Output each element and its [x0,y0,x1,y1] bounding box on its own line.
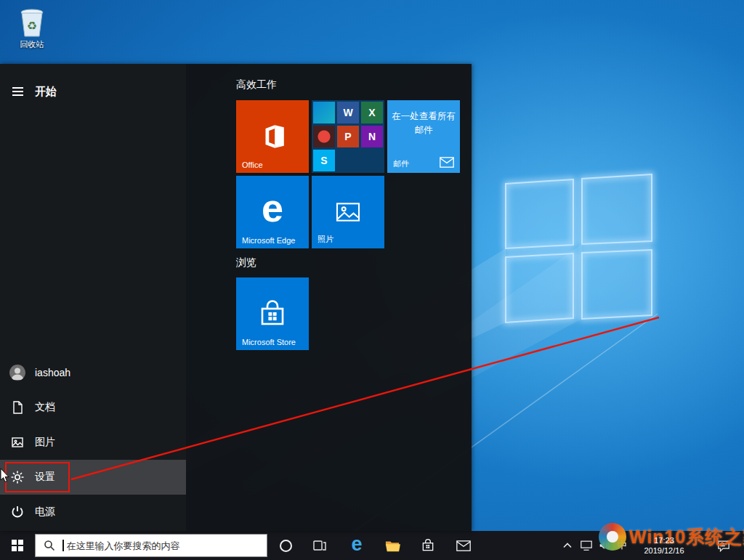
recycle-bin[interactable]: ♻ 回收站 [9,6,55,50]
speaker-icon [599,540,611,551]
start-menu: 开始 iashoah 文档 图片 [0,64,472,531]
file-explorer-button[interactable] [378,531,407,560]
desktop: ♻ 回收站 开始 iashoah [0,0,744,560]
store-bag-icon [421,538,435,553]
rail-item-label: iashoah [35,367,70,378]
document-icon [0,400,35,415]
rail-item-documents[interactable]: 文档 [0,390,186,425]
cortana-button[interactable] [271,531,300,560]
user-avatar-icon [0,364,35,381]
clock-date: 2019/12/16 [634,545,695,556]
rail-item-pictures[interactable]: 图片 [0,425,186,460]
tile-group-title: 浏览 [236,256,256,269]
gear-icon [0,470,35,484]
mail-tile-caption: 在一处查看所有邮件 [392,110,456,138]
hamburger-menu-button[interactable] [0,85,35,98]
task-view-button[interactable] [305,531,334,560]
tile-office-apps-folder[interactable]: W X P N S [312,100,384,173]
edge-icon: e [262,188,283,227]
taskbar-search-box[interactable] [35,534,267,557]
mini-word-icon: W [337,102,359,123]
rail-item-label: 图片 [35,436,55,449]
picture-icon [0,435,35,450]
mail-envelope-icon [440,157,454,168]
rail-item-user[interactable]: iashoah [0,355,186,390]
search-icon [44,540,55,551]
rail-item-power[interactable]: 电源 [0,495,186,529]
tile-label: Microsoft Store [242,338,296,346]
tile-label: Microsoft Edge [242,236,295,245]
chevron-up-icon [563,543,572,548]
ime-indicator: 中 [618,539,627,552]
power-icon [0,505,35,519]
text-caret [62,540,64,551]
start-menu-title: 开始 [35,85,57,99]
network-icon [580,540,593,551]
tile-mail[interactable]: 在一处查看所有邮件 邮件 [387,100,460,173]
clock-time: 17:23 [634,535,695,545]
tile-label: 照片 [318,234,333,245]
mini-powerpoint-icon: P [337,126,359,147]
mini-skype-icon: S [313,150,335,171]
office-apps-mini-grid: W X P N S [312,100,384,173]
mini-app-icon [313,102,335,123]
mini-empty [361,150,383,171]
tile-office[interactable]: Office [236,100,309,173]
tile-store[interactable]: Microsoft Store [236,277,309,350]
rail-item-label: 设置 [35,471,55,484]
mini-app-icon [313,126,335,147]
recycle-bin-label: 回收站 [9,39,55,50]
taskbar: e [0,531,744,560]
search-input[interactable] [67,540,248,551]
cortana-icon [280,540,292,552]
tile-label: Office [242,161,263,169]
mini-excel-icon: X [361,102,383,123]
notification-bubble-icon [717,540,730,552]
tile-group-title: 高效工作 [236,78,277,92]
rail-item-label: 电源 [35,506,55,519]
start-tiles-area: 高效工作 Office W X P N S [236,64,472,531]
start-menu-header: 开始 [0,78,186,105]
tray-volume-button[interactable] [596,531,613,560]
store-taskbar-button[interactable] [413,531,442,560]
tray-clock[interactable]: 17:23 2019/12/16 [634,531,695,560]
svg-text:♻: ♻ [27,20,37,32]
windows-logo-icon [12,540,23,551]
hamburger-icon [12,85,23,98]
tray-chevron-button[interactable] [558,531,577,560]
rail-item-settings[interactable]: 设置 [0,460,186,495]
tile-photos[interactable]: 照片 [312,176,384,248]
edge-icon: e [351,535,362,554]
task-view-icon [312,538,327,553]
tray-network-button[interactable] [577,531,596,560]
action-center-button[interactable] [711,531,737,560]
tray-ime-button[interactable]: 中 [613,531,631,560]
recycle-bin-icon: ♻ [9,6,55,38]
mini-empty [337,150,359,171]
rail-item-label: 文档 [35,401,55,414]
tile-edge[interactable]: e Microsoft Edge [236,176,309,248]
mail-taskbar-button[interactable] [449,531,478,560]
edge-taskbar-button[interactable]: e [342,531,371,560]
folder-icon [384,538,400,553]
start-button[interactable] [0,531,35,560]
mini-onenote-icon: N [361,126,383,147]
tile-label: 邮件 [393,158,409,169]
mail-envelope-icon [456,540,471,551]
